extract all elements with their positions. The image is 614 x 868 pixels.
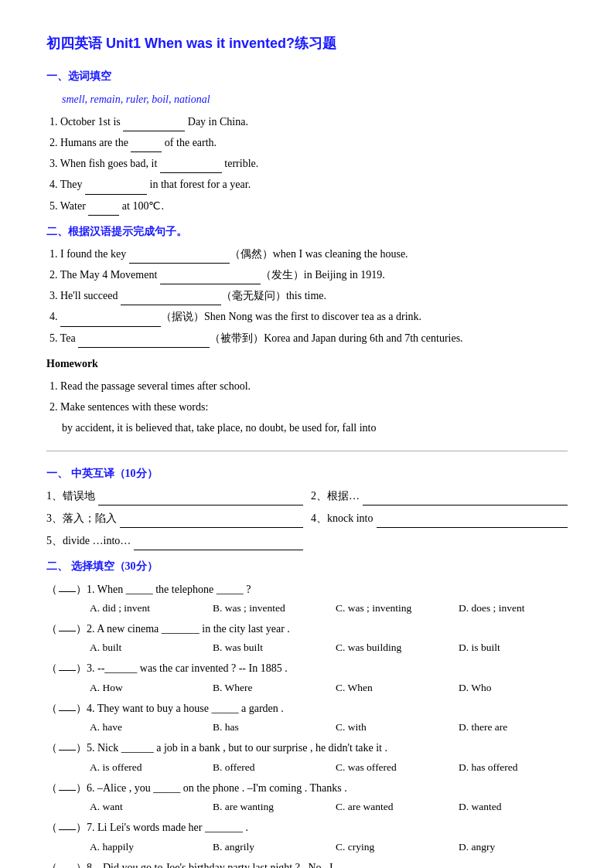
q7-paren-open: （ [46, 818, 59, 837]
q4-paren-open: （ [46, 699, 59, 718]
q7-optA: A. happily [90, 838, 210, 856]
q5-answer[interactable] [59, 738, 76, 751]
page-title: 初四英语 Unit1 When was it invented?练习题 [46, 31, 568, 56]
q7-optB: B. angrily [213, 838, 333, 856]
q1-paren-close: ） [76, 580, 87, 599]
q5-optA: A. is offered [90, 758, 210, 777]
q5-options: A. is offered B. offered C. was offered … [90, 758, 568, 777]
q8-paren-close: ） [76, 858, 87, 868]
q1-optC: C. was ; inventing [336, 599, 455, 618]
q4-answer[interactable] [59, 699, 76, 711]
q2-row: （ ） 2. A new cinema _______ in the city … [46, 619, 568, 638]
section1-header: 一、选词填空 [46, 66, 568, 86]
q7-paren-close: ） [76, 818, 87, 837]
q4-paren-close: ） [76, 699, 87, 718]
q4-options: A. have B. has C. with D. there are [90, 718, 568, 737]
trans-3: 3、落入；陷入 [46, 509, 303, 528]
q6-optA: A. want [90, 798, 210, 816]
q2-optD: D. is built [459, 638, 578, 657]
hw-item3: by accident, it is believed that, take p… [46, 418, 568, 437]
q5-paren-close: ） [76, 738, 87, 757]
q6-answer[interactable] [59, 778, 76, 791]
q2-optB: B. was built [213, 638, 333, 657]
q1-answer[interactable] [59, 580, 76, 592]
q6-paren-close: ） [76, 778, 87, 798]
section2-header: 二、根据汉语提示完成句子。 [46, 222, 568, 241]
q4-optA: A. have [90, 718, 210, 737]
q8-text: 8. –Did you go to Joe's birthday party l… [87, 858, 368, 868]
q1-optA: A. did ; invent [90, 599, 210, 618]
q7-options: A. happily B. angrily C. crying D. angry [90, 838, 568, 856]
q1-options: A. did ; invent B. was ; invented C. was… [90, 599, 568, 618]
q6-optD: D. wanted [459, 798, 578, 816]
q4-text: 4. They want to buy a house _____ a gard… [87, 699, 284, 718]
q6-text: 6. –Alice , you _____ on the phone . –I'… [87, 778, 347, 798]
trans-5: 5、divide …into… [46, 531, 303, 550]
s1-item3: 3. When fish goes bad, it terrible. [46, 154, 568, 173]
s1-item1: 1. October 1st is Day in China. [46, 112, 568, 131]
q4-optB: B. has [213, 718, 333, 737]
q7-optD: D. angry [459, 838, 578, 856]
s1-item4: 4. They in that forest for a year. [46, 175, 568, 194]
q1-paren-open: （ [46, 580, 59, 599]
s2-item1: 1. I found the key （偶然）when I was cleani… [46, 244, 568, 264]
q2-text: 2. A new cinema _______ in the city last… [87, 619, 290, 638]
q3-text: 3. --______ was the car invented ? -- In… [87, 659, 288, 678]
q5-optD: D. has offered [459, 758, 578, 777]
q7-text: 7. Li Lei's words made her _______ . [87, 818, 248, 837]
q2-optC: C. was building [336, 638, 455, 657]
s1-item5: 5. Water at 100℃. [46, 196, 568, 216]
q1-text: 1. When _____ the telephone _____ ? [87, 580, 251, 599]
q3-optC: C. When [336, 679, 455, 697]
trans-1: 1、错误地 [46, 486, 303, 505]
q7-optC: C. crying [336, 838, 455, 856]
q3-optB: B. Where [213, 679, 333, 697]
s1-item2: 2. Humans are the of the earth. [46, 133, 568, 152]
q6-row: （ ） 6. –Alice , you _____ on the phone .… [46, 778, 568, 798]
word-list: smell, remain, ruler, boil, national [62, 90, 568, 109]
hw-item1: 1. Read the passage several times after … [46, 376, 568, 396]
q1-optB: B. was ; invented [213, 599, 333, 618]
q1-optD: D. does ; invent [459, 599, 578, 618]
q3-paren-open: （ [46, 659, 59, 678]
q4-optD: D. there are [459, 718, 578, 737]
q3-row: （ ） 3. --______ was the car invented ? -… [46, 659, 568, 678]
q2-paren-open: （ [46, 619, 59, 638]
q2-optA: A. built [90, 638, 210, 657]
s2-item2: 2. The May 4 Movement （发生）in Beijing in … [46, 265, 568, 284]
q5-text: 5. Nick ______ a job in a bank , but to … [87, 738, 387, 757]
s2-item4: 4. （据说）Shen Nong was the first to discov… [46, 307, 568, 326]
q6-options: A. want B. are wanting C. are wanted D. … [90, 798, 568, 816]
trans-4: 4、knock into [311, 509, 568, 528]
section3-header: 一、 中英互译（10分） [46, 464, 568, 483]
q2-answer[interactable] [59, 619, 76, 631]
section4-header: 二、 选择填空（30分） [46, 557, 568, 576]
q6-optB: B. are wanting [213, 798, 333, 816]
q5-optB: B. offered [213, 758, 333, 777]
homework-header: Homework [46, 354, 568, 373]
q8-paren-open: （ [46, 858, 59, 868]
q5-optC: C. was offered [336, 758, 455, 777]
s2-item3: 3. He'll succeed （毫无疑问）this time. [46, 286, 568, 305]
s2-item5: 5. Tea （被带到）Korea and Japan during 6th a… [46, 328, 568, 348]
q7-answer[interactable] [59, 818, 76, 830]
q4-optC: C. with [336, 718, 455, 737]
q4-row: （ ） 4. They want to buy a house _____ a … [46, 699, 568, 718]
q3-optD: D. Who [459, 679, 578, 697]
q3-optA: A. How [90, 679, 210, 697]
q1-row: （ ） 1. When _____ the telephone _____ ? [46, 580, 568, 599]
q8-row: （ ） 8. –Did you go to Joe's birthday par… [46, 858, 568, 868]
q2-options: A. built B. was built C. was building D.… [90, 638, 568, 657]
hw-item2: 2. Make sentences with these words: [46, 397, 568, 417]
translate-grid: 1、错误地 2、根据… 3、落入；陷入 4、knock into 5、divid… [46, 486, 568, 551]
q6-optC: C. are wanted [336, 798, 455, 816]
q3-answer[interactable] [59, 659, 76, 671]
q8-answer[interactable] [59, 858, 76, 868]
q3-paren-close: ） [76, 659, 87, 678]
trans-2: 2、根据… [311, 486, 568, 505]
q7-row: （ ） 7. Li Lei's words made her _______ . [46, 818, 568, 837]
q2-paren-close: ） [76, 619, 87, 638]
q6-paren-open: （ [46, 778, 59, 798]
q5-row: （ ） 5. Nick ______ a job in a bank , but… [46, 738, 568, 757]
q5-paren-open: （ [46, 738, 59, 757]
